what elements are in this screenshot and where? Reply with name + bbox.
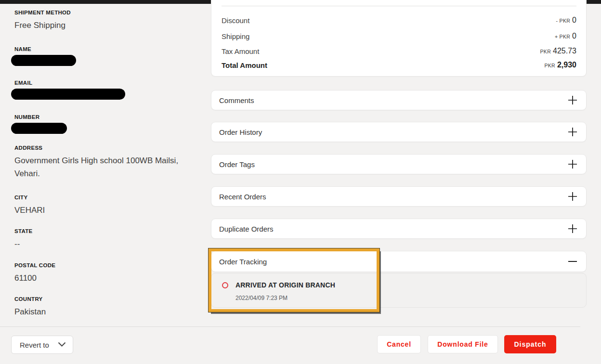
accordion-order-history-label: Order History [219,128,262,136]
accordion-duplicate-orders-label: Duplicate Orders [219,225,274,233]
postal-code-label: POSTAL CODE [14,262,55,268]
tax-currency: PKR [540,49,551,54]
accordion-comments[interactable]: Comments [211,90,587,110]
address-label: ADDRESS [14,145,192,151]
plus-icon [568,192,577,201]
accordion-order-tracking-label: Order Tracking [219,258,267,266]
minus-icon [568,257,577,266]
discount-currency: - PKR [556,18,571,24]
plus-icon [568,159,577,169]
total-label: Total Amount [222,61,267,69]
accordion-order-history[interactable]: Order History [211,122,587,142]
order-tracking-body: ARRIVED AT ORIGIN BRANCH 2022/04/09 7:23… [211,273,587,308]
email-redaction-bar [11,89,125,100]
accordion-duplicate-orders[interactable]: Duplicate Orders [211,219,587,239]
total-currency: PKR [544,63,555,68]
revert-to-dropdown[interactable]: Revert to [11,336,73,354]
tax-amount: 425.73 [553,47,576,55]
tracking-timestamp: 2022/04/09 7:23 PM [235,295,287,301]
download-file-button[interactable]: Download File [428,335,498,353]
number-redaction-bar [11,123,67,134]
discount-label: Discount [222,16,249,25]
field-state: STATE -- [14,228,33,250]
shipping-label: Shipping [222,32,249,40]
field-shipment-method: SHIPMENT METHOD Free Shipping [14,10,71,32]
accordion-order-tracking[interactable]: Order Tracking [211,251,587,272]
name-redaction-bar [11,55,76,66]
order-summary-card: Discount - PKR0 Shipping + PKR0 Tax Amou… [211,0,587,77]
country-label: COUNTRY [14,296,46,302]
accordion-order-tags[interactable]: Order Tags [211,154,587,174]
postal-code-value: 61100 [14,272,55,285]
number-label: NUMBER [14,114,67,120]
summary-row-shipping: Shipping + PKR0 [222,29,576,43]
address-value: Government Girls High school 100WB Mails… [14,154,192,180]
state-value: -- [14,237,33,250]
field-country: COUNTRY Pakistan [14,296,46,318]
shipment-method-value: Free Shipping [14,19,71,32]
city-label: CITY [14,195,45,200]
field-email: EMAIL [14,80,125,100]
country-value: Pakistan [14,305,46,318]
revert-to-label: Revert to [20,341,49,349]
email-label: EMAIL [14,80,125,86]
summary-row-tax: Tax Amount PKR425.73 [222,44,576,58]
plus-icon [568,127,577,137]
accordion-comments-label: Comments [219,96,254,104]
accordion-order-tags-label: Order Tags [219,160,255,169]
tracking-status-circle-icon [222,282,228,288]
plus-icon [568,95,577,105]
tracking-status-text: ARRIVED AT ORIGIN BRANCH [235,281,335,289]
state-label: STATE [14,228,33,234]
shipment-method-label: SHIPMENT METHOD [14,10,71,15]
field-city: CITY VEHARI [14,195,45,217]
name-label: NAME [14,46,76,52]
chevron-down-icon [58,340,66,349]
accordion-recent-orders[interactable]: Recent Orders [211,186,587,207]
field-number: NUMBER [14,114,67,134]
cancel-button[interactable]: Cancel [377,335,421,353]
field-postal-code: POSTAL CODE 61100 [14,262,55,285]
tracking-event: ARRIVED AT ORIGIN BRANCH [222,281,335,289]
summary-row-discount: Discount - PKR0 [222,13,576,27]
city-value: VEHARI [14,204,45,217]
summary-row-total: Total Amount PKR2,930 [222,58,576,72]
field-address: ADDRESS Government Girls High school 100… [14,145,192,180]
accordion-recent-orders-label: Recent Orders [219,193,266,201]
field-name: NAME [14,46,76,66]
discount-amount: 0 [572,16,576,24]
summary-divider [222,6,576,6]
total-amount: 2,930 [557,61,576,69]
dispatch-button[interactable]: Dispatch [504,335,556,353]
shipping-currency: + PKR [555,34,570,39]
tax-label: Tax Amount [222,47,259,55]
footer-divider [0,326,580,327]
shipping-amount: 0 [572,32,576,40]
plus-icon [568,224,577,234]
